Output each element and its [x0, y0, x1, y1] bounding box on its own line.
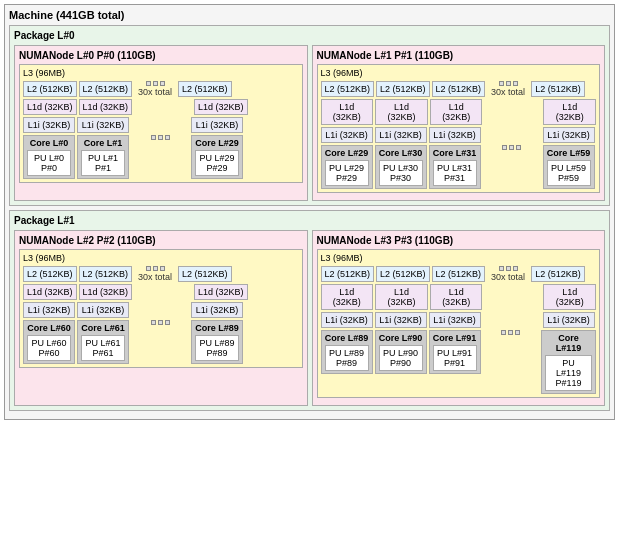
l1i-row-0-1: L1i (32KB) L1i (32KB) L1i (32KB) L1i (32… — [321, 127, 597, 143]
core-0-0-0: Core L#0 PU L#0P#0 — [23, 135, 75, 179]
l1d-1-0-0: L1d (32KB) — [23, 284, 77, 300]
l2-0-1-last: L2 (512KB) — [531, 81, 585, 97]
l1d-0-0-0: L1d (32KB) — [23, 99, 77, 115]
l2-0-1-1: L2 (512KB) — [376, 81, 430, 97]
l3-1-1-label: L3 (96MB) — [321, 253, 597, 263]
l1i-1-0-last: L1i (32KB) — [191, 302, 243, 318]
dot3d — [160, 266, 165, 271]
l3-1-0-label: L3 (96MB) — [23, 253, 299, 263]
dots-0-0: 30x total — [134, 81, 176, 97]
core-dot3 — [165, 135, 170, 140]
numa-0-1-title: NUMANode L#1 P#1 (110GB) — [317, 50, 601, 61]
l2-row-1-1: L2 (512KB) L2 (512KB) L2 (512KB) 30x tot… — [321, 266, 597, 282]
core-0-1-0: Core L#29 PU L#29P#29 — [321, 145, 373, 189]
l1d-row-0-1: L1d (32KB) L1d (32KB) L1d (32KB) L1d (32… — [321, 99, 597, 125]
numa-row-1: NUMANode L#2 P#2 (110GB) L3 (96MB) L2 (5… — [14, 230, 605, 406]
core-1-0-1: Core L#61 PU L#61P#61 — [77, 320, 129, 364]
l1i-0-0-1: L1i (32KB) — [77, 117, 129, 133]
core-row-1-0: Core L#60 PU L#60P#60 Core L#61 PU L#61P… — [23, 320, 299, 364]
core-dot2g — [508, 330, 513, 335]
pu-1-1-1: PU L#90P#90 — [379, 345, 423, 371]
numa-1-1: NUMANode L#3 P#3 (110GB) L3 (96MB) L2 (5… — [312, 230, 606, 406]
l3-0-1: L3 (96MB) L2 (512KB) L2 (512KB) L2 (512K… — [317, 64, 601, 193]
core-1-1-0-title: Core L#89 — [325, 333, 369, 343]
pu-0-0-last: PU L#29P#29 — [195, 150, 239, 176]
core-dots-1-0 — [151, 320, 170, 325]
l1d-1-0-last: L1d (32KB) — [194, 284, 248, 300]
l2-1-1-2: L2 (512KB) — [432, 266, 486, 282]
dot3b — [513, 81, 518, 86]
l1d-1-1-last: L1d (32KB) — [543, 284, 596, 310]
core-dots-0-0 — [151, 135, 170, 140]
core-dot3g — [515, 330, 520, 335]
l1i-1-0-0: L1i (32KB) — [23, 302, 75, 318]
package-0-title: Package L#0 — [14, 30, 605, 41]
package-1-title: Package L#1 — [14, 215, 605, 226]
dots-label-text-1-0: 30x total — [138, 272, 172, 282]
dots-label-text-0-1: 30x total — [491, 87, 525, 97]
core-0-0-last-title: Core L#29 — [195, 138, 239, 148]
core-dot2 — [158, 135, 163, 140]
dots-1-1: 30x total — [487, 266, 529, 282]
l1d-0-1-last: L1d (32KB) — [543, 99, 596, 125]
dot1f — [499, 266, 504, 271]
l1i-0-1-last: L1i (32KB) — [543, 127, 595, 143]
dot1 — [146, 81, 151, 86]
core-dots-1-1 — [501, 330, 520, 335]
l2-0-1-2: L2 (512KB) — [432, 81, 486, 97]
pu-0-1-last: PU L#59P#59 — [547, 160, 591, 186]
l3-0-0-label: L3 (96MB) — [23, 68, 299, 78]
dot3 — [160, 81, 165, 86]
core-0-0-0-title: Core L#0 — [27, 138, 71, 148]
core-0-0-last: Core L#29 PU L#29P#29 — [191, 135, 243, 179]
dots-icons-0-1 — [499, 81, 518, 86]
l1i-1-1-1: L1i (32KB) — [375, 312, 427, 328]
l1i-row-1-0: L1i (32KB) L1i (32KB) L1i (32KB) — [23, 302, 299, 318]
l2-0-0-0: L2 (512KB) — [23, 81, 77, 97]
numa-0-0: NUMANode L#0 P#0 (110GB) L3 (96MB) L2 (5… — [14, 45, 308, 201]
l1i-0-0-0: L1i (32KB) — [23, 117, 75, 133]
l3-1-0: L3 (96MB) L2 (512KB) L2 (512KB) 30x tota… — [19, 249, 303, 368]
dots-icons-0-0 — [146, 81, 165, 86]
core-dot2c — [509, 145, 514, 150]
core-dot2e — [158, 320, 163, 325]
l1i-1-1-last: L1i (32KB) — [543, 312, 595, 328]
core-dot1e — [151, 320, 156, 325]
core-row-0-0: Core L#0 PU L#0P#0 Core L#1 PU L#1P#1 — [23, 135, 299, 179]
package-0: Package L#0 NUMANode L#0 P#0 (110GB) L3 … — [9, 25, 610, 206]
l2-0-0-last: L2 (512KB) — [178, 81, 232, 97]
l2-1-1-0: L2 (512KB) — [321, 266, 375, 282]
core-dot1c — [502, 145, 507, 150]
dots-0-1: 30x total — [487, 81, 529, 97]
l2-1-0-0: L2 (512KB) — [23, 266, 77, 282]
core-1-0-last-title: Core L#89 — [195, 323, 239, 333]
l2-1-1-1: L2 (512KB) — [376, 266, 430, 282]
l1d-row-1-0: L1d (32KB) L1d (32KB) L1d (32KB) — [23, 284, 299, 300]
l2-1-1-last: L2 (512KB) — [531, 266, 585, 282]
core-dot1g — [501, 330, 506, 335]
numa-1-1-title: NUMANode L#3 P#3 (110GB) — [317, 235, 601, 246]
core-row-0-1: Core L#29 PU L#29P#29 Core L#30 PU L#30P… — [321, 145, 597, 189]
l2-1-0-last: L2 (512KB) — [178, 266, 232, 282]
l1i-1-0-1: L1i (32KB) — [77, 302, 129, 318]
pu-0-1-2: PU L#31P#31 — [433, 160, 477, 186]
l1i-row-1-1: L1i (32KB) L1i (32KB) L1i (32KB) L1i (32… — [321, 312, 597, 328]
pu-1-1-0: PU L#89P#89 — [325, 345, 369, 371]
l1i-1-1-0: L1i (32KB) — [321, 312, 373, 328]
l1d-1-1-0: L1d (32KB) — [321, 284, 374, 310]
core-0-1-0-title: Core L#29 — [325, 148, 369, 158]
core-1-1-last: Core L#119 PU L#119P#119 — [541, 330, 596, 394]
l1d-0-1-2: L1d (32KB) — [430, 99, 483, 125]
dot2b — [506, 81, 511, 86]
dot2 — [153, 81, 158, 86]
machine-title: Machine (441GB total) — [9, 9, 610, 21]
core-0-1-2: Core L#31 PU L#31P#31 — [429, 145, 481, 189]
l1i-0-0-last: L1i (32KB) — [191, 117, 243, 133]
core-dot3c — [516, 145, 521, 150]
core-1-0-0-title: Core L#60 — [27, 323, 71, 333]
l2-0-0-1: L2 (512KB) — [79, 81, 133, 97]
core-0-1-last-title: Core L#59 — [547, 148, 591, 158]
pu-1-0-0: PU L#60P#60 — [27, 335, 71, 361]
core-dots-0-1 — [502, 145, 521, 150]
dot3f — [513, 266, 518, 271]
